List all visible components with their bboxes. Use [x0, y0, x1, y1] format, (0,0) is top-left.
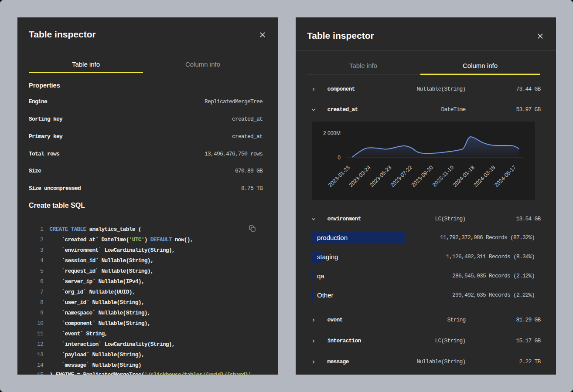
svg-text:0: 0 — [338, 155, 341, 161]
svg-text:2 000M: 2 000M — [323, 130, 341, 136]
